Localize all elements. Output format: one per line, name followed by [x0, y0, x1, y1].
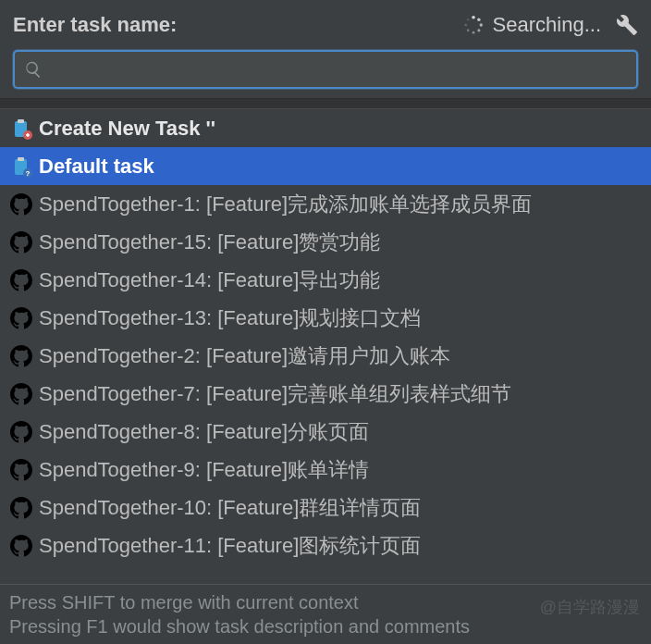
task-item-label: SpendTogether-15: [Feature]赞赏功能	[39, 229, 380, 256]
search-box[interactable]	[13, 50, 638, 89]
github-icon	[9, 268, 33, 292]
task-item[interactable]: SpendTogether-1: [Feature]完成添加账单选择成员界面	[0, 185, 651, 223]
hint-line-2: Pressing F1 would show task description …	[9, 614, 642, 638]
github-icon	[9, 382, 33, 406]
task-item[interactable]: SpendTogether-11: [Feature]图标统计页面	[0, 526, 651, 564]
github-icon	[9, 534, 33, 558]
task-item-label: SpendTogether-1: [Feature]完成添加账单选择成员界面	[39, 191, 532, 218]
spinner-icon	[463, 15, 484, 35]
svg-point-0	[472, 16, 475, 19]
task-item[interactable]: ?Default task	[0, 147, 651, 185]
header-status: Searching...	[463, 13, 601, 37]
task-item[interactable]: SpendTogether-7: [Feature]完善账单组列表样式细节	[0, 375, 651, 413]
task-item-label: SpendTogether-11: [Feature]图标统计页面	[39, 532, 421, 560]
task-list: Create New Task ''?Default taskSpendToge…	[0, 109, 651, 564]
search-input[interactable]	[50, 59, 627, 80]
task-item-label: SpendTogether-13: [Feature]规划接口文档	[39, 304, 421, 332]
clipboard-new-icon	[9, 117, 33, 141]
header-label: Enter task name:	[13, 13, 463, 37]
svg-point-4	[472, 31, 474, 34]
svg-point-6	[464, 24, 467, 27]
task-item[interactable]: SpendTogether-10: [Feature]群组详情页面	[0, 489, 651, 526]
task-item[interactable]: SpendTogether-9: [Feature]账单详情	[0, 451, 651, 489]
github-icon	[9, 230, 33, 254]
hint-footer: Press SHIFT to merge with current contex…	[0, 584, 651, 644]
svg-text:?: ?	[26, 169, 31, 178]
task-item-label: SpendTogether-14: [Feature]导出功能	[39, 266, 380, 294]
svg-point-5	[466, 29, 469, 31]
task-item[interactable]: SpendTogether-13: [Feature]规划接口文档	[0, 299, 651, 337]
task-item[interactable]: SpendTogether-14: [Feature]导出功能	[0, 261, 651, 299]
task-item[interactable]: SpendTogether-15: [Feature]赞赏功能	[0, 223, 651, 261]
hint-line-1: Press SHIFT to merge with current contex…	[9, 590, 642, 614]
clipboard-q-icon: ?	[9, 155, 33, 179]
search-icon	[24, 60, 43, 79]
task-item[interactable]: SpendTogether-8: [Feature]分账页面	[0, 413, 651, 451]
task-item-label: SpendTogether-7: [Feature]完善账单组列表样式细节	[39, 380, 511, 408]
github-icon	[9, 344, 33, 368]
svg-point-1	[477, 18, 480, 20]
task-item-label: SpendTogether-8: [Feature]分账页面	[39, 418, 369, 446]
task-item-label: Create New Task ''	[39, 117, 215, 141]
search-container	[0, 48, 651, 98]
github-icon	[9, 192, 33, 217]
svg-point-2	[479, 23, 482, 26]
dialog-header: Enter task name: Searching...	[0, 0, 651, 48]
task-item-label: SpendTogether-10: [Feature]群组详情页面	[39, 494, 421, 522]
svg-rect-9	[18, 119, 24, 123]
header-divider	[0, 98, 651, 109]
svg-point-7	[467, 19, 469, 20]
task-item-label: SpendTogether-2: [Feature]邀请用户加入账本	[39, 342, 450, 370]
github-icon	[9, 306, 33, 330]
github-icon	[9, 458, 33, 482]
github-icon	[9, 420, 33, 444]
status-text: Searching...	[493, 13, 601, 37]
settings-wrench-icon[interactable]	[616, 14, 638, 36]
task-item-label: SpendTogether-9: [Feature]账单详情	[39, 456, 369, 484]
task-item[interactable]: SpendTogether-2: [Feature]邀请用户加入账本	[0, 337, 651, 375]
github-icon	[9, 496, 33, 520]
svg-point-3	[477, 29, 480, 31]
task-item-label: Default task	[39, 155, 154, 179]
svg-rect-12	[18, 157, 24, 161]
task-item[interactable]: Create New Task ''	[0, 109, 651, 147]
